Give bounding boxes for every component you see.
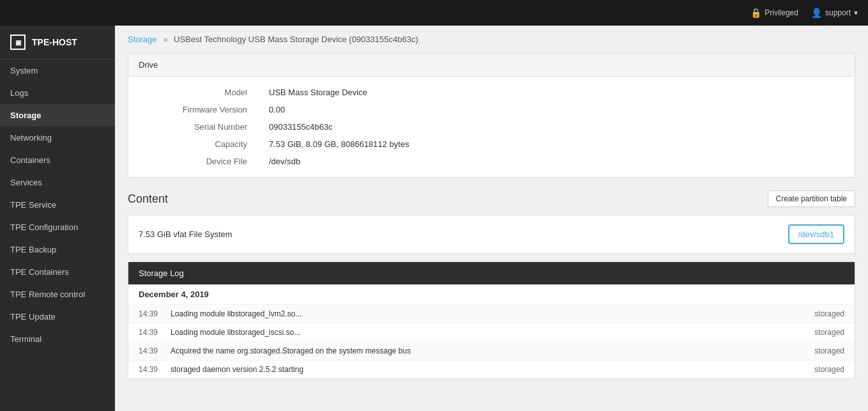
drive-field-value: /dev/sdb [259, 153, 853, 169]
log-source: storaged [814, 309, 844, 318]
drive-field-label: Model [130, 84, 257, 100]
drive-card-header: Drive [128, 54, 855, 77]
content-section: Content Create partition table 7.53 GiB … [128, 190, 855, 379]
sidebar-item-services[interactable]: Services [0, 171, 115, 194]
log-source: storaged [814, 365, 844, 374]
drive-card-body: ModelUSB Mass Storage DeviceFirmware Ver… [128, 77, 855, 177]
drive-field-value: 7.53 GiB, 8.09 GB, 8086618112 bytes [259, 136, 853, 152]
sidebar-item-tpe-update[interactable]: TPE Update [0, 306, 115, 328]
sidebar-item-tpe-backup[interactable]: TPE Backup [0, 238, 115, 261]
sidebar-item-tpe-configuration[interactable]: TPE Configuration [0, 216, 115, 238]
log-message: storaged daemon version 2.5.2 starting [171, 365, 807, 374]
user-label: support [825, 8, 851, 17]
log-time: 14:39 [139, 346, 171, 355]
storage-log-header: Storage Log [128, 262, 855, 284]
content-title: Content [128, 192, 168, 206]
drive-details-table: ModelUSB Mass Storage DeviceFirmware Ver… [128, 83, 855, 171]
sidebar-item-networking[interactable]: Networking [0, 127, 115, 149]
log-source: storaged [814, 346, 844, 355]
sidebar-item-tpe-containers[interactable]: TPE Containers [0, 261, 115, 283]
lock-icon: 🔒 [750, 8, 761, 18]
logo-icon: ▣ [10, 35, 26, 50]
content-area: Storage » USBest Technology USB Mass Sto… [115, 26, 868, 411]
partition-badge[interactable]: /dev/sdb1 [788, 224, 844, 244]
drive-field-row: Firmware Version0.00 [130, 102, 853, 118]
log-row: 14:39 Loading module libstoraged_lvm2.so… [128, 304, 855, 323]
drive-field-row: Capacity7.53 GiB, 8.09 GB, 8086618112 by… [130, 136, 853, 152]
drive-field-label: Serial Number [130, 119, 257, 135]
breadcrumb-storage-link[interactable]: Storage [128, 35, 157, 44]
breadcrumb-current: USBest Technology USB Mass Storage Devic… [174, 35, 418, 44]
sidebar-item-logs[interactable]: Logs [0, 82, 115, 104]
drive-field-label: Firmware Version [130, 102, 257, 118]
breadcrumb-separator: » [163, 35, 167, 44]
log-row: 14:39 Loading module libstoraged_iscsi.s… [128, 323, 855, 341]
log-date: December 4, 2019 [128, 284, 855, 304]
privileged-item: 🔒 Privileged [750, 8, 798, 18]
drive-field-row: Serial Number09033155c4b63c [130, 119, 853, 135]
log-time: 14:39 [139, 309, 171, 318]
breadcrumb: Storage » USBest Technology USB Mass Sto… [115, 26, 868, 53]
log-message: Loading module libstoraged_lvm2.so... [171, 309, 807, 318]
log-message: Loading module libstoraged_iscsi.so... [171, 328, 807, 337]
sidebar-item-containers[interactable]: Containers [0, 149, 115, 171]
log-source: storaged [814, 328, 844, 337]
sidebar-logo: ▣ TPE-HOST [0, 26, 115, 59]
sidebar-item-tpe-remote-control[interactable]: TPE Remote control [0, 283, 115, 306]
drive-card: Drive ModelUSB Mass Storage DeviceFirmwa… [128, 53, 855, 178]
log-row: 14:39 Acquired the name org.storaged.Sto… [128, 341, 855, 360]
drive-field-value: 09033155c4b63c [259, 119, 853, 135]
user-item: 👤 support ▾ [811, 8, 858, 18]
main-layout: ▣ TPE-HOST System Logs Storage Networkin… [0, 26, 868, 411]
content-header: Content Create partition table [128, 190, 855, 207]
topbar: 🔒 Privileged 👤 support ▾ [0, 0, 868, 26]
sidebar-item-storage[interactable]: Storage [0, 104, 115, 127]
log-message: Acquired the name org.storaged.Storaged … [171, 346, 807, 355]
chevron-down-icon: ▾ [854, 8, 858, 17]
sidebar-item-terminal[interactable]: Terminal [0, 328, 115, 350]
log-time: 14:39 [139, 328, 171, 337]
privileged-label: Privileged [765, 8, 798, 17]
drive-field-label: Capacity [130, 136, 257, 152]
drive-field-row: Device File/dev/sdb [130, 153, 853, 169]
sidebar: ▣ TPE-HOST System Logs Storage Networkin… [0, 26, 115, 411]
sidebar-item-system[interactable]: System [0, 59, 115, 82]
logo-text: TPE-HOST [32, 37, 77, 47]
sidebar-item-tpe-service[interactable]: TPE Service [0, 194, 115, 216]
create-partition-table-button[interactable]: Create partition table [768, 190, 855, 207]
log-row: 14:39 storaged daemon version 2.5.2 star… [128, 360, 855, 378]
drive-field-row: ModelUSB Mass Storage Device [130, 84, 853, 100]
log-time: 14:39 [139, 365, 171, 374]
storage-log: Storage Log December 4, 2019 14:39 Loadi… [128, 261, 855, 379]
drive-field-label: Device File [130, 153, 257, 169]
partition-info: 7.53 GiB vfat File System [139, 229, 232, 239]
log-entries: 14:39 Loading module libstoraged_lvm2.so… [128, 304, 855, 378]
drive-field-value: USB Mass Storage Device [259, 84, 853, 100]
drive-field-value: 0.00 [259, 102, 853, 118]
user-icon: 👤 [811, 8, 822, 18]
partition-row: 7.53 GiB vfat File System /dev/sdb1 [128, 215, 855, 254]
